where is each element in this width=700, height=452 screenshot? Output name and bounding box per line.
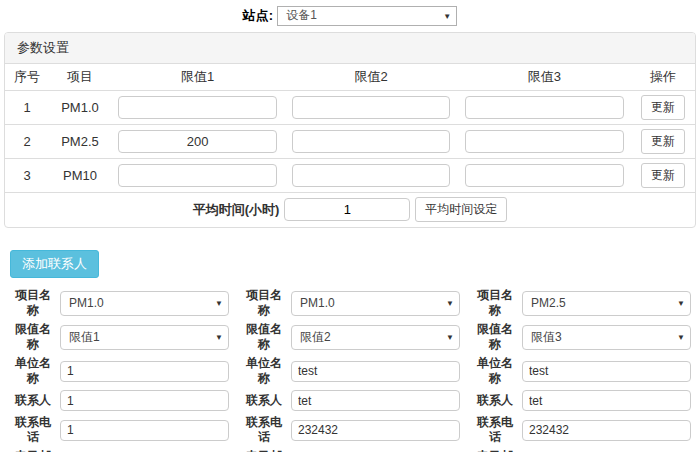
- site-label: 站点:: [243, 7, 273, 25]
- row-index: 3: [5, 159, 49, 193]
- add-contact-button[interactable]: 添加联系人: [10, 250, 99, 278]
- col-header-item: 项目: [49, 64, 111, 91]
- chevron-down-icon: ▼: [215, 333, 223, 342]
- limit-name-select[interactable]: 限值1 ▼: [60, 325, 229, 350]
- row-item: PM2.5: [49, 125, 111, 159]
- contact-person-label: 联系人: [472, 393, 518, 408]
- table-row: 3 PM10 更新: [5, 159, 695, 193]
- row-item: PM10: [49, 159, 111, 193]
- limit3-input[interactable]: [465, 96, 624, 119]
- chevron-down-icon: ▼: [443, 11, 451, 20]
- chevron-down-icon: ▼: [446, 299, 454, 308]
- project-name-select[interactable]: PM2.5 ▼: [522, 291, 691, 316]
- limit1-input[interactable]: [118, 164, 277, 187]
- limit-name-label: 限值名称: [472, 322, 518, 352]
- row-index: 1: [5, 91, 49, 125]
- limit3-input[interactable]: [465, 164, 624, 187]
- project-name-value: PM2.5: [531, 296, 566, 310]
- contact-person-input[interactable]: [60, 390, 229, 411]
- chevron-down-icon: ▼: [677, 333, 685, 342]
- limit2-input[interactable]: [292, 164, 451, 187]
- unit-name-label: 单位名称: [10, 356, 56, 386]
- project-name-select[interactable]: PM1.0 ▼: [60, 291, 229, 316]
- average-time-row: 平均时间(小时) 平均时间设定: [5, 192, 695, 227]
- chevron-down-icon: ▼: [215, 299, 223, 308]
- limit1-input[interactable]: [118, 96, 277, 119]
- contact-form: 项目名称 PM2.5 ▼ 限值名称 限值3 ▼ 单位名称 联系人 联系电话 电: [472, 288, 691, 452]
- site-select[interactable]: 设备1 ▼: [277, 6, 457, 26]
- col-header-limit2: 限值2: [284, 64, 457, 91]
- topbar: 站点: 设备1 ▼: [0, 0, 700, 26]
- contact-person-label: 联系人: [241, 393, 287, 408]
- chevron-down-icon: ▼: [446, 333, 454, 342]
- col-header-index: 序号: [5, 64, 49, 91]
- limit-name-value: 限值2: [300, 329, 331, 346]
- contact-form: 项目名称 PM1.0 ▼ 限值名称 限值1 ▼ 单位名称 联系人 联系电话 电: [10, 288, 229, 452]
- project-name-select[interactable]: PM1.0 ▼: [291, 291, 460, 316]
- limits-table: 序号 项目 限值1 限值2 限值3 操作 1 PM1.0 更新 2 PM2.5: [5, 64, 695, 192]
- contact-phone-input[interactable]: [60, 420, 229, 441]
- update-button[interactable]: 更新: [641, 129, 685, 154]
- contact-form: 项目名称 PM1.0 ▼ 限值名称 限值2 ▼ 单位名称 联系人 联系电话 电: [241, 288, 460, 452]
- contact-phone-label: 联系电话: [10, 415, 56, 445]
- row-index: 2: [5, 125, 49, 159]
- unit-name-label: 单位名称: [472, 356, 518, 386]
- project-name-value: PM1.0: [300, 296, 335, 310]
- limit-name-value: 限值3: [531, 329, 562, 346]
- average-time-set-button[interactable]: 平均时间设定: [415, 197, 507, 222]
- limit1-input[interactable]: [118, 130, 277, 153]
- unit-name-input[interactable]: [522, 361, 691, 382]
- contact-phone-label: 联系电话: [472, 415, 518, 445]
- average-time-label: 平均时间(小时): [193, 201, 280, 219]
- limit2-input[interactable]: [292, 96, 451, 119]
- contact-person-label: 联系人: [10, 393, 56, 408]
- col-header-action: 操作: [631, 64, 695, 91]
- limit-name-value: 限值1: [69, 329, 100, 346]
- limit2-input[interactable]: [292, 130, 451, 153]
- contact-person-input[interactable]: [522, 390, 691, 411]
- site-select-value: 设备1: [286, 7, 317, 24]
- contact-person-input[interactable]: [291, 390, 460, 411]
- limit-name-select[interactable]: 限值2 ▼: [291, 325, 460, 350]
- unit-name-input[interactable]: [291, 361, 460, 382]
- unit-name-input[interactable]: [60, 361, 229, 382]
- parameter-panel: 参数设置 序号 项目 限值1 限值2 限值3 操作 1 PM1.0 更新: [4, 32, 696, 228]
- limit-name-select[interactable]: 限值3 ▼: [522, 325, 691, 350]
- contact-phone-input[interactable]: [522, 420, 691, 441]
- contact-phone-input[interactable]: [291, 420, 460, 441]
- row-item: PM1.0: [49, 91, 111, 125]
- table-row: 2 PM2.5 更新: [5, 125, 695, 159]
- limit-name-label: 限值名称: [241, 322, 287, 352]
- table-header-row: 序号 项目 限值1 限值2 限值3 操作: [5, 64, 695, 91]
- project-name-value: PM1.0: [69, 296, 104, 310]
- contacts-grid: 项目名称 PM1.0 ▼ 限值名称 限值1 ▼ 单位名称 联系人 联系电话 电: [10, 288, 690, 452]
- project-name-label: 项目名称: [472, 288, 518, 318]
- col-header-limit3: 限值3: [458, 64, 631, 91]
- limit3-input[interactable]: [465, 130, 624, 153]
- contact-phone-label: 联系电话: [241, 415, 287, 445]
- chevron-down-icon: ▼: [677, 299, 685, 308]
- table-row: 1 PM1.0 更新: [5, 91, 695, 125]
- update-button[interactable]: 更新: [641, 163, 685, 188]
- unit-name-label: 单位名称: [241, 356, 287, 386]
- project-name-label: 项目名称: [10, 288, 56, 318]
- average-time-input[interactable]: [284, 198, 410, 221]
- limit-name-label: 限值名称: [10, 322, 56, 352]
- project-name-label: 项目名称: [241, 288, 287, 318]
- col-header-limit1: 限值1: [111, 64, 284, 91]
- panel-title: 参数设置: [5, 33, 695, 64]
- update-button[interactable]: 更新: [641, 95, 685, 120]
